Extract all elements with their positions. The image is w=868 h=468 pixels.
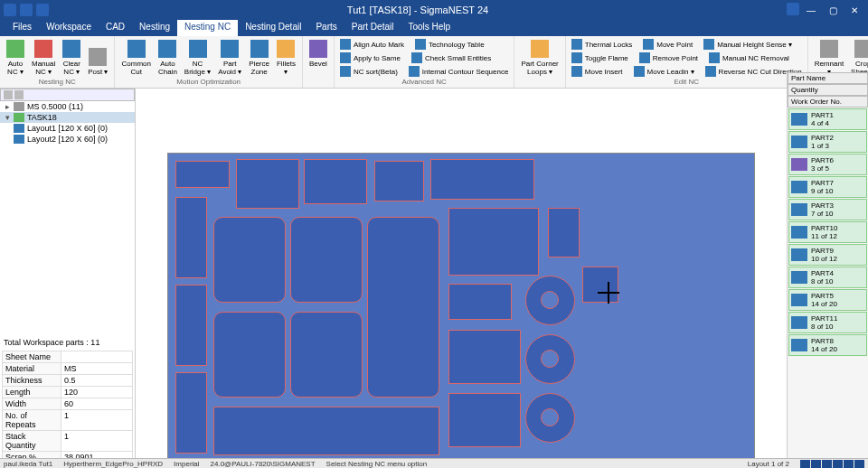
ribbon-group: Auto NC ▾Manual NC ▾Clear NC ▾Post ▾Nest…	[0, 36, 115, 88]
property-row: Scrap %38.0901	[2, 452, 133, 458]
status-user: paul.ikeda Tut1	[4, 460, 52, 468]
ribbon-icon	[309, 40, 327, 58]
tree-root[interactable]: ▸ MS 0.5000 (11)	[0, 101, 135, 112]
ribbon-icon	[221, 40, 239, 58]
tree-layout-item[interactable]: Layout1 [120 X 60] (0)	[0, 123, 135, 134]
ribbon-btn-common[interactable]: Common Cut	[118, 38, 153, 78]
ribbon-mini-manual-height-sense-[interactable]: Manual Height Sense ▾	[702, 38, 794, 51]
nesting-canvas[interactable]	[136, 89, 787, 458]
status-units: Imperial	[174, 460, 199, 468]
ribbon-btn-post-[interactable]: Post ▾	[85, 38, 110, 78]
ribbon-mini-apply-to-same[interactable]: Apply to Same	[338, 51, 402, 64]
help-icon[interactable]	[787, 3, 799, 15]
part-icon	[791, 181, 807, 193]
qat-icon[interactable]	[36, 4, 49, 16]
ribbon-mini-check-small-entities[interactable]: Check Small Entities	[410, 51, 493, 64]
minimize-button[interactable]: —	[801, 3, 821, 17]
part-item-part8[interactable]: PART814 of 20	[788, 334, 867, 356]
menu-tab-workspace[interactable]: Workspace	[39, 20, 99, 36]
property-row: Thickness0.5	[2, 375, 133, 387]
ribbon-btn-bevel[interactable]: Bevel	[307, 38, 330, 70]
ribbon-mini-internal-contour-sequence[interactable]: Internal Contour Sequence	[407, 65, 511, 78]
property-row: Sheet Name	[2, 351, 133, 363]
layout-icon	[14, 124, 24, 133]
tree-header	[0, 89, 135, 101]
property-row: MaterialMS	[2, 363, 133, 375]
part-icon	[791, 339, 807, 351]
properties-panel: Total Workspace parts : 11 Sheet NameMat…	[0, 334, 136, 458]
ribbon-mini-move-leadin-[interactable]: Move Leadin ▾	[632, 65, 696, 78]
ribbon-mini-align-auto-mark[interactable]: Align Auto Mark	[338, 38, 406, 51]
part-item-part1[interactable]: PART14 of 4	[788, 108, 867, 130]
ribbon-mini-move-point[interactable]: Move Point	[641, 38, 694, 51]
ribbon-btn-auto[interactable]: Auto NC ▾	[4, 38, 27, 78]
part-item-part3[interactable]: PART37 of 10	[788, 199, 867, 220]
part-icon	[791, 248, 807, 261]
ribbon-btn-part-corner[interactable]: Part Corner Loops ▾	[518, 38, 561, 78]
part-item-part5[interactable]: PART514 of 20	[788, 289, 867, 311]
ribbon-mini-toggle-flame[interactable]: Toggle Flame	[570, 51, 630, 64]
ribbon-icon	[571, 66, 582, 77]
properties-title: Total Workspace parts : 11	[2, 336, 133, 351]
ribbon-btn-clear[interactable]: Clear NC ▾	[60, 38, 83, 78]
tree-task[interactable]: ▾ TASK18	[0, 112, 135, 123]
sheet[interactable]	[167, 153, 755, 460]
ribbon-btn-part[interactable]: Part Avoid ▾	[215, 38, 244, 78]
menu-tab-parts[interactable]: Parts	[308, 20, 344, 36]
ribbon-icon	[643, 39, 654, 50]
menu-tab-part-detail[interactable]: Part Detail	[344, 20, 401, 36]
menu-tab-files[interactable]: Files	[5, 20, 39, 36]
ribbon-btn-nc[interactable]: NC Bridge ▾	[182, 38, 213, 78]
ribbon-icon	[89, 48, 107, 66]
menu-tab-nesting-detail[interactable]: Nesting Detail	[238, 20, 308, 36]
part-item-part2[interactable]: PART21 of 3	[788, 131, 867, 153]
ribbon-btn-fillets[interactable]: Fillets ▾	[274, 38, 298, 78]
ribbon-icon	[703, 39, 714, 50]
close-button[interactable]: ✕	[844, 3, 864, 17]
ribbon-icon	[127, 40, 146, 58]
menu-tab-cad[interactable]: CAD	[99, 20, 132, 36]
ribbon-icon	[820, 40, 838, 58]
property-row: Stack Quantity1	[2, 431, 133, 452]
part-item-part7[interactable]: PART79 of 10	[788, 176, 867, 198]
ribbon-mini-remove-point[interactable]: Remove Point	[637, 51, 700, 64]
part-item-part11[interactable]: PART118 of 10	[788, 312, 867, 333]
property-row: No. of Repeats1	[2, 410, 133, 431]
part-icon	[791, 271, 807, 284]
qat-icon[interactable]	[20, 4, 33, 16]
part-item-part9[interactable]: PART910 of 12	[788, 244, 867, 266]
ribbon-icon	[189, 40, 207, 58]
ribbon-btn-pierce[interactable]: Pierce Zone	[246, 38, 272, 78]
part-list-header[interactable]: Work Order No.	[788, 96, 868, 108]
part-list-header[interactable]: Quantity	[788, 84, 868, 96]
ribbon-group: Common CutAuto ChainNC Bridge ▾Part Avoi…	[115, 36, 302, 88]
layout-nav[interactable]	[800, 460, 864, 468]
layout-icon	[14, 135, 24, 144]
part-icon	[791, 226, 807, 239]
tree-layout-item[interactable]: Layout2 [120 X 60] (0)	[0, 134, 135, 145]
property-row: Width60	[2, 398, 133, 410]
ribbon-mini-move-insert[interactable]: Move Insert	[570, 65, 625, 78]
title-bar: Tut1 [TASK18] - SigmaNEST 24 — ▢ ✕	[0, 0, 868, 20]
ribbon-mini-technology-table[interactable]: Technology Table	[413, 38, 486, 51]
status-bar: paul.ikeda Tut1 Hypertherm_EdgePro_HPRXD…	[0, 458, 868, 468]
part-item-part4[interactable]: PART48 of 10	[788, 267, 867, 288]
ribbon-mini-nc-sort-beta-[interactable]: NC sort(Beta)	[338, 65, 400, 78]
part-item-part6[interactable]: PART63 of 5	[788, 154, 867, 175]
maximize-button[interactable]: ▢	[823, 3, 843, 17]
ribbon-icon	[634, 66, 645, 77]
menu-tab-nesting-nc[interactable]: Nesting NC	[177, 20, 238, 36]
menu-tab-tools-help[interactable]: Tools Help	[401, 20, 458, 36]
ribbon-icon	[411, 52, 422, 63]
part-icon	[791, 136, 807, 148]
part-list-header[interactable]: Part Name	[788, 72, 868, 84]
ribbon-mini-thermal-locks[interactable]: Thermal Locks	[570, 38, 634, 51]
part-list-panel: Part Name Quantity Work Order No. PART14…	[787, 72, 868, 458]
ribbon-icon	[415, 39, 426, 50]
clipboard-icon	[14, 102, 24, 111]
ribbon-btn-manual[interactable]: Manual NC ▾	[29, 38, 58, 78]
ribbon-btn-auto[interactable]: Auto Chain	[156, 38, 180, 78]
menu-tab-nesting[interactable]: Nesting	[132, 20, 177, 36]
part-item-part10[interactable]: PART1011 of 12	[788, 221, 867, 243]
ribbon-mini-manual-nc-removal[interactable]: Manual NC Removal	[707, 51, 791, 64]
